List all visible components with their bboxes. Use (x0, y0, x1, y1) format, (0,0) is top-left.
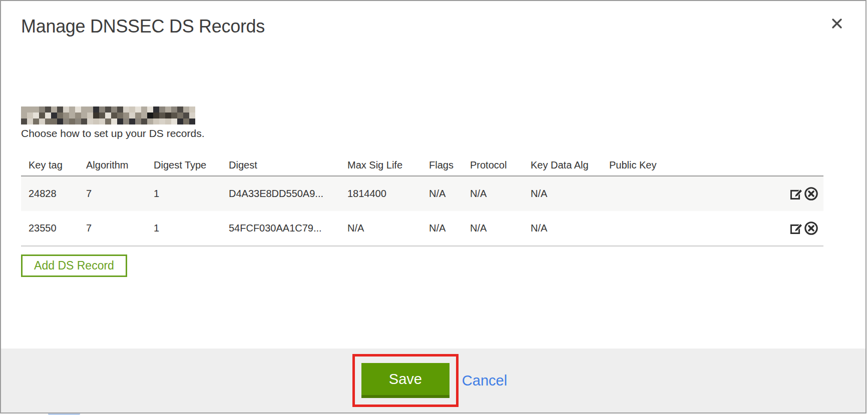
table-cell: N/A (470, 211, 531, 246)
table-header-row: Key tagAlgorithmDigest TypeDigestMax Sig… (21, 154, 823, 176)
table-cell: 7 (86, 211, 154, 246)
close-button[interactable] (830, 17, 843, 30)
column-header-key-tag: Key tag (21, 154, 86, 176)
edit-pencil-square-icon (789, 195, 804, 202)
column-header-digest-type: Digest Type (154, 154, 229, 176)
table-cell: N/A (531, 176, 609, 211)
table-cell: N/A (429, 211, 470, 246)
table-cell: N/A (470, 176, 531, 211)
table-cell: 24828 (21, 176, 86, 211)
column-header-key-data-alg: Key Data Alg (531, 154, 609, 176)
footer-actions: Save Cancel (352, 354, 507, 407)
add-ds-record-button[interactable]: Add DS Record (21, 254, 127, 277)
column-header-max-sig-life: Max Sig Life (347, 154, 429, 176)
table-cell: N/A (429, 176, 470, 211)
row-actions (777, 176, 823, 211)
column-header-digest: Digest (229, 154, 347, 176)
close-icon (830, 24, 843, 32)
table-row: 235507154FCF030AA1C79...N/AN/AN/AN/A (21, 211, 823, 246)
setup-instruction-text: Choose how to set up your DS records. (21, 128, 845, 140)
table-cell: N/A (531, 211, 609, 246)
dialog-content: Manage DNSSEC DS Records Choose how to s… (1, 1, 865, 348)
delete-record-button[interactable] (804, 186, 818, 201)
table-cell: 1 (154, 211, 229, 246)
table-row: 2482871D4A33E8DD550A9...1814400N/AN/AN/A (21, 176, 823, 211)
ds-records-table: Key tagAlgorithmDigest TypeDigestMax Sig… (21, 154, 823, 246)
row-actions (777, 211, 823, 246)
column-header-actions (777, 154, 823, 176)
edit-record-button[interactable] (789, 186, 804, 201)
dialog-title: Manage DNSSEC DS Records (21, 16, 845, 37)
delete-record-button[interactable] (804, 221, 818, 236)
redacted-domain-name (21, 106, 195, 124)
column-header-protocol: Protocol (470, 154, 531, 176)
edit-pencil-square-icon (789, 230, 804, 237)
save-highlight-annotation: Save (352, 354, 459, 407)
table-cell: 54FCF030AA1C79... (229, 211, 347, 246)
table-cell (609, 211, 777, 246)
circle-x-icon (804, 195, 818, 202)
save-button[interactable]: Save (361, 363, 450, 398)
dialog-footer: Save Cancel (1, 348, 865, 412)
table-cell: N/A (347, 211, 429, 246)
column-header-flags: Flags (429, 154, 470, 176)
table-cell: 23550 (21, 211, 86, 246)
table-cell (609, 176, 777, 211)
cancel-link[interactable]: Cancel (462, 372, 507, 389)
column-header-algorithm: Algorithm (86, 154, 154, 176)
table-cell: 1814400 (347, 176, 429, 211)
table-cell: 7 (86, 176, 154, 211)
table-cell: 1 (154, 176, 229, 211)
edit-record-button[interactable] (789, 221, 804, 236)
dnssec-dialog: Manage DNSSEC DS Records Choose how to s… (0, 0, 866, 414)
circle-x-icon (804, 230, 818, 237)
table-cell: D4A33E8DD550A9... (229, 176, 347, 211)
column-header-public-key: Public Key (609, 154, 777, 176)
